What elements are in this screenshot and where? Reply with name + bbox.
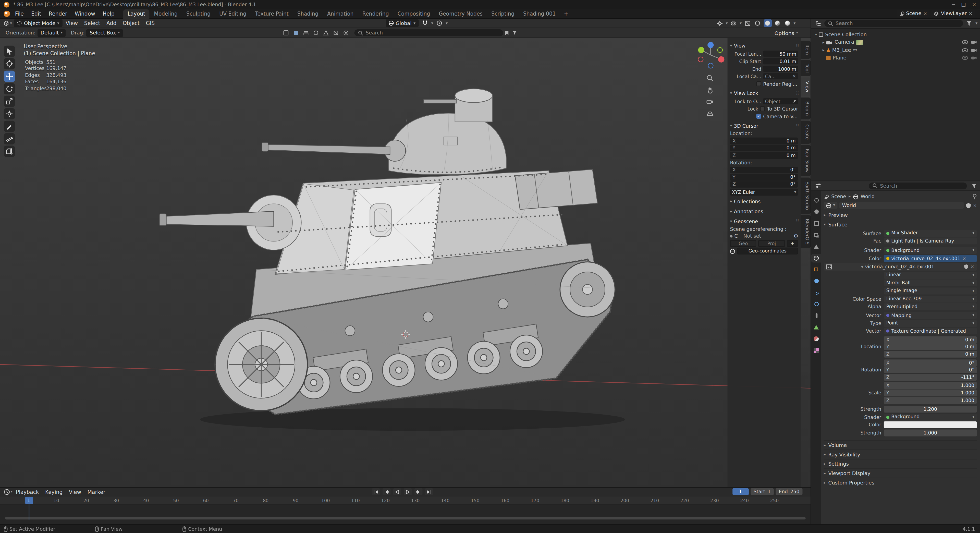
scene-selector[interactable]: Scene × <box>897 10 930 17</box>
show-overlays-icon[interactable] <box>730 19 738 27</box>
tab-view-layer[interactable] <box>811 230 821 239</box>
mapping-scale-field[interactable]: Y1.000 <box>884 390 977 396</box>
shading-wireframe-icon[interactable] <box>754 19 762 27</box>
workspace-tab[interactable]: Sculpting <box>182 9 215 19</box>
colorspace-dropdown[interactable]: Linear Rec.709▾ <box>884 295 977 302</box>
shader-field[interactable]: Background▾ <box>884 247 977 254</box>
vector-mapping-field[interactable]: Mapping▾ <box>884 312 977 319</box>
timeline-menu-item[interactable]: Marker <box>84 488 108 495</box>
mapping-rotation-field[interactable]: Y0° <box>884 366 977 373</box>
cursor-rotation-field[interactable]: Z0° <box>730 181 798 188</box>
tab-object-data[interactable] <box>811 323 821 332</box>
type-dropdown[interactable]: Point▾ <box>884 320 977 327</box>
texture-coordinate-field[interactable]: Texture Coordinate | Generated <box>884 328 977 335</box>
snap-caret-icon[interactable]: ▾ <box>431 21 433 25</box>
camera-view-icon[interactable] <box>706 98 714 105</box>
workspace-tab[interactable]: Modeling <box>150 9 182 19</box>
workspace-tab[interactable]: Layout <box>123 9 150 19</box>
sidebar-tab[interactable]: Bloom <box>800 97 811 119</box>
visibility-eye-icon[interactable] <box>962 40 968 45</box>
workspace-tab[interactable]: Shading <box>293 9 323 19</box>
add-crs-button[interactable]: + <box>787 240 798 247</box>
tab-physics[interactable] <box>811 300 821 309</box>
sidebar-tab[interactable]: Earth Studio <box>800 177 811 213</box>
world-browse-dropdown[interactable]: ▾ <box>824 202 838 209</box>
viewlayer-selector[interactable]: ViewLayer × <box>932 10 975 17</box>
tab-output[interactable] <box>811 219 821 228</box>
viewport-3d[interactable]: User Perspective (1) Scene Collection | … <box>0 38 811 487</box>
orientation-default-dropdown[interactable]: Default▾ <box>38 29 66 37</box>
workspace-tab[interactable]: Scripting <box>487 9 519 19</box>
add-cube-tool[interactable] <box>4 146 15 157</box>
tab-modifiers[interactable] <box>811 277 821 285</box>
tab-constraints[interactable] <box>811 312 821 320</box>
geo-button[interactable]: Geo <box>730 240 756 247</box>
cursor-location-field[interactable]: Z0 m <box>730 152 798 159</box>
annotations-section-header[interactable]: ▸Annotations <box>730 207 798 215</box>
lock-to-object-field[interactable]: Object <box>763 98 798 105</box>
timeline-menu-item[interactable]: Keying <box>42 488 66 495</box>
viewport-menu-item[interactable]: Select <box>81 20 103 26</box>
select-box-tool[interactable] <box>4 46 15 57</box>
blender-logo-icon[interactable] <box>4 2 10 7</box>
cursor-rotation-field[interactable]: Y0° <box>730 174 798 180</box>
options-button[interactable]: Options ▾ <box>775 30 798 36</box>
frame-start-field[interactable]: Start1 <box>750 488 774 495</box>
tab-render[interactable] <box>811 207 821 216</box>
editor-caret-icon[interactable]: ▾ <box>10 21 12 25</box>
tab-particles[interactable] <box>811 288 821 297</box>
proportional-caret-icon[interactable]: ▾ <box>445 21 448 25</box>
timeline-ruler[interactable]: 1020304050607080901001101201301401501601… <box>0 496 811 504</box>
viewport-menu-item[interactable]: Object <box>120 20 143 26</box>
orientation-dropdown[interactable]: Global ▾ <box>386 19 418 27</box>
sidebar-tab[interactable]: Tool <box>800 60 811 76</box>
xray-toggle-icon[interactable] <box>744 19 752 27</box>
timeline-tracks[interactable] <box>0 504 811 521</box>
render-visibility-icon[interactable] <box>971 56 977 60</box>
workspace-tab[interactable]: Rendering <box>358 9 393 19</box>
viewport-menu-item[interactable]: View <box>62 20 81 26</box>
toggle-icon-1[interactable] <box>282 29 290 37</box>
unlink-image-icon[interactable]: × <box>970 264 974 269</box>
jump-to-end-button[interactable] <box>425 488 433 495</box>
view-lock-section-header[interactable]: ▾View Lock ⠿ <box>730 89 798 97</box>
editor-type-outliner-icon[interactable] <box>815 20 822 27</box>
move-tool[interactable] <box>4 71 15 82</box>
properties-filter-icon[interactable] <box>970 182 977 189</box>
close-button[interactable]: × <box>972 2 976 7</box>
add-workspace-button[interactable]: + <box>560 10 572 16</box>
mapping-scale-field[interactable]: X1.000 <box>884 382 977 389</box>
viewport-search-input[interactable]: Search <box>355 29 503 36</box>
preview-section[interactable]: ▸Preview <box>824 211 977 220</box>
toggle-icon-4[interactable] <box>312 29 319 37</box>
tab-world[interactable] <box>811 253 821 262</box>
render-region-checkbox[interactable] <box>756 81 761 86</box>
breadcrumb-scene[interactable]: Scene <box>831 194 846 199</box>
unlink-scene-icon[interactable]: × <box>923 11 927 16</box>
maximize-button[interactable]: □ <box>961 2 966 7</box>
pin-icon[interactable] <box>973 194 977 199</box>
surface-section-header[interactable]: ▾Surface <box>824 220 977 229</box>
properties-collapsed-section[interactable]: ▸Settings <box>824 459 977 468</box>
outliner-row-scene-collection[interactable]: ▾ Scene Collection <box>811 31 980 38</box>
toggle-icon-3[interactable] <box>302 29 309 37</box>
outliner-search-input[interactable]: Search <box>824 20 963 27</box>
source-dropdown[interactable]: Single Image▾ <box>884 288 977 294</box>
filter-funnel-icon[interactable] <box>511 29 518 37</box>
drag-dropdown[interactable]: Select Box▾ <box>86 29 123 37</box>
outliner-row-camera[interactable]: ▸ Camera <box>811 38 980 46</box>
alpha-dropdown[interactable]: Premultiplied▾ <box>884 303 977 310</box>
frame-end-field[interactable]: End250 <box>776 488 802 495</box>
previous-keyframe-button[interactable] <box>383 488 391 495</box>
visibility-eye-icon[interactable] <box>962 56 968 60</box>
properties-collapsed-section[interactable]: ▸Volume <box>824 440 977 450</box>
cursor-tool[interactable] <box>4 58 15 70</box>
tab-tool[interactable] <box>811 196 821 204</box>
fake-user-shield-icon[interactable] <box>964 264 969 270</box>
render-visibility-icon[interactable] <box>971 48 977 53</box>
crs-settings-gear-icon[interactable]: ⚙ <box>794 233 798 239</box>
proportional-edit-icon[interactable] <box>436 19 443 27</box>
snap-magnet-icon[interactable] <box>421 19 428 27</box>
mapping-rotation-field[interactable]: Z-111° <box>884 374 977 380</box>
mapping-location-field[interactable]: Y0 m <box>884 343 977 350</box>
